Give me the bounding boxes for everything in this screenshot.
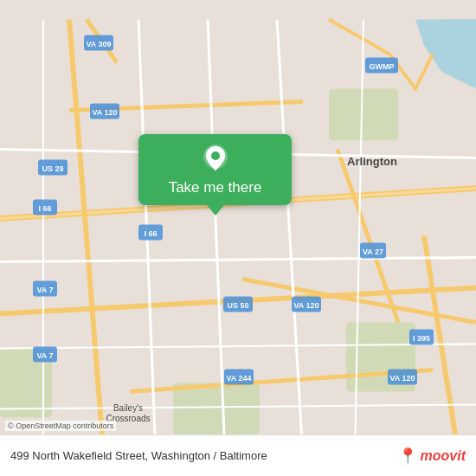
svg-text:Arlington: Arlington xyxy=(347,155,397,168)
svg-rect-2 xyxy=(173,383,260,435)
take-me-there-button[interactable]: Take me there xyxy=(138,134,292,205)
copyright-notice: © OpenStreetMap contributors xyxy=(5,421,116,431)
address-text: 499 North Wakefield Street, Washington /… xyxy=(10,449,398,462)
map-svg: VA 309 VA 120 US 29 I 66 I 66 VA 7 VA 7 … xyxy=(0,0,476,476)
svg-point-55 xyxy=(211,151,220,160)
moovit-pin-icon: 📍 xyxy=(398,447,417,466)
svg-text:VA 27: VA 27 xyxy=(363,248,383,256)
svg-text:VA 120: VA 120 xyxy=(293,301,318,310)
svg-text:GWMP: GWMP xyxy=(370,62,395,71)
svg-text:VA 244: VA 244 xyxy=(226,374,251,383)
svg-line-18 xyxy=(0,258,476,262)
svg-text:I 395: I 395 xyxy=(413,334,430,343)
svg-text:VA 120: VA 120 xyxy=(389,374,415,383)
svg-text:I 66: I 66 xyxy=(144,229,157,238)
location-pin-icon xyxy=(200,143,231,174)
svg-text:VA 309: VA 309 xyxy=(86,40,111,48)
svg-line-16 xyxy=(277,20,303,457)
take-me-there-label: Take me there xyxy=(169,179,262,196)
svg-text:I 66: I 66 xyxy=(38,204,51,213)
svg-text:Bailey's: Bailey's xyxy=(113,403,143,413)
svg-text:US 29: US 29 xyxy=(42,164,63,173)
svg-text:VA 120: VA 120 xyxy=(92,108,117,117)
moovit-logo[interactable]: 📍 moovit xyxy=(398,447,466,466)
bottom-bar: 499 North Wakefield Street, Washington /… xyxy=(0,434,476,476)
svg-text:VA 7: VA 7 xyxy=(36,351,53,360)
svg-line-13 xyxy=(424,236,459,457)
svg-text:US 50: US 50 xyxy=(227,301,248,310)
map-container: VA 309 VA 120 US 29 I 66 I 66 VA 7 VA 7 … xyxy=(0,0,476,476)
svg-rect-0 xyxy=(329,89,398,141)
moovit-brand-label: moovit xyxy=(421,448,466,464)
svg-text:VA 7: VA 7 xyxy=(36,286,53,294)
svg-line-6 xyxy=(69,20,104,457)
